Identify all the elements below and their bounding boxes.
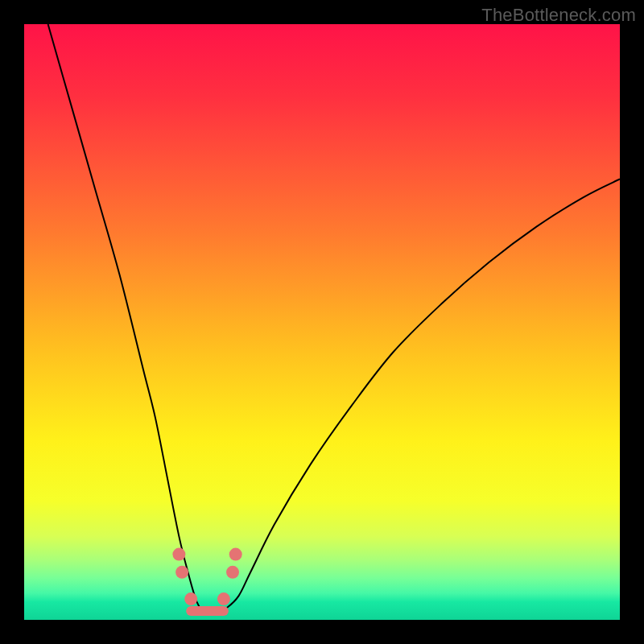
highlight-point: [226, 566, 239, 579]
chart-stage: TheBottleneck.com: [0, 0, 644, 644]
curve-layer: [24, 24, 620, 620]
highlight-point: [184, 592, 197, 605]
highlight-point: [175, 566, 188, 579]
highlight-point: [217, 592, 230, 605]
highlight-markers: [172, 548, 242, 611]
plot-area: [24, 24, 620, 620]
highlight-point: [172, 548, 185, 561]
highlight-point: [229, 548, 242, 561]
watermark-text: TheBottleneck.com: [481, 5, 636, 26]
bottleneck-curve: [48, 24, 620, 615]
